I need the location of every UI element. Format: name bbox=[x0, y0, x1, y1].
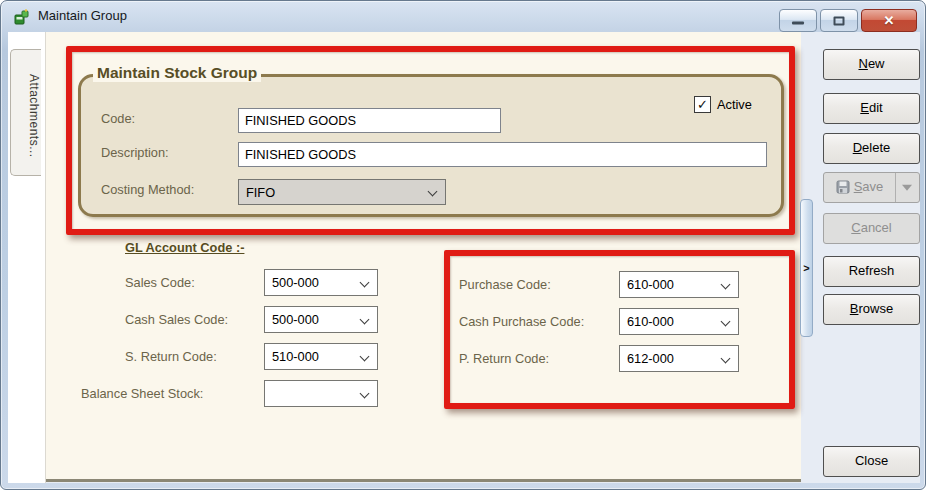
chevron-down-icon bbox=[721, 317, 731, 327]
delete-button[interactable]: Delete bbox=[823, 133, 920, 164]
chevron-down-icon bbox=[360, 315, 370, 325]
p-return-code-label: P. Return Code: bbox=[459, 351, 549, 366]
maximize-icon bbox=[834, 16, 845, 25]
client-area: Attachments... Maintain Stock Group ✓ Ac… bbox=[8, 32, 920, 483]
close-button[interactable]: ✕ bbox=[861, 9, 917, 32]
minimize-button[interactable] bbox=[779, 9, 817, 32]
chevron-down-icon bbox=[360, 389, 370, 399]
group-box-legend: Maintain Stock Group bbox=[93, 64, 261, 82]
browse-button[interactable]: Browse bbox=[823, 294, 920, 325]
close-icon: ✕ bbox=[884, 13, 895, 28]
refresh-button[interactable]: Refresh bbox=[823, 256, 920, 287]
chevron-down-icon bbox=[721, 280, 731, 290]
cash-sales-code-select[interactable]: 500-000 bbox=[264, 306, 378, 333]
save-dropdown-arrow[interactable] bbox=[895, 173, 919, 202]
minimize-icon bbox=[792, 21, 804, 24]
edit-button[interactable]: Edit bbox=[823, 93, 920, 124]
new-button[interactable]: New bbox=[823, 49, 920, 80]
balance-sheet-stock-select[interactable] bbox=[264, 380, 378, 407]
tab-attachments[interactable]: Attachments... bbox=[10, 49, 41, 176]
chevron-down-icon bbox=[428, 187, 438, 197]
gl-account-code-heading: GL Account Code :- bbox=[125, 240, 244, 255]
balance-sheet-stock-label: Balance Sheet Stock: bbox=[81, 386, 203, 401]
sales-code-label: Sales Code: bbox=[125, 275, 195, 290]
chevron-down-icon bbox=[721, 354, 731, 364]
sales-code-select[interactable]: 500-000 bbox=[264, 269, 378, 296]
cash-purchase-code-select[interactable]: 610-000 bbox=[619, 308, 739, 335]
cash-purchase-code-label: Cash Purchase Code: bbox=[459, 314, 584, 329]
p-return-code-select[interactable]: 612-000 bbox=[619, 345, 739, 372]
window-title: Maintain Group bbox=[38, 8, 127, 23]
chevron-right-icon: > bbox=[803, 262, 809, 274]
maintain-stock-group-form: Maintain Stock Group ✓ Active Code: Desc… bbox=[46, 32, 801, 482]
active-label: Active bbox=[717, 97, 752, 112]
cancel-button[interactable]: Cancel bbox=[823, 213, 920, 244]
chevron-down-icon bbox=[360, 352, 370, 362]
s-return-code-label: S. Return Code: bbox=[125, 349, 217, 364]
cash-sales-code-label: Cash Sales Code: bbox=[125, 312, 228, 327]
app-icon bbox=[13, 8, 31, 26]
chevron-down-icon bbox=[360, 278, 370, 288]
panel-collapse-splitter[interactable]: > bbox=[800, 199, 813, 337]
save-split-button[interactable]: Save bbox=[823, 172, 920, 203]
description-input[interactable] bbox=[238, 142, 767, 167]
close-dialog-button[interactable]: Close bbox=[823, 446, 920, 477]
active-checkbox[interactable]: ✓ bbox=[694, 96, 711, 113]
purchase-code-label: Purchase Code: bbox=[459, 277, 551, 292]
s-return-code-select[interactable]: 510-000 bbox=[264, 343, 378, 370]
save-button[interactable]: Save bbox=[824, 173, 896, 202]
purchase-code-select[interactable]: 610-000 bbox=[619, 271, 739, 298]
save-icon bbox=[836, 180, 850, 194]
maintain-group-window: Maintain Group ✕ Attachments... Maintain… bbox=[0, 0, 926, 490]
costing-method-label: Costing Method: bbox=[101, 182, 194, 197]
code-label: Code: bbox=[101, 111, 135, 126]
description-label: Description: bbox=[101, 145, 169, 160]
costing-method-select[interactable]: FIFO bbox=[238, 179, 446, 205]
code-input[interactable] bbox=[238, 108, 501, 133]
title-bar[interactable]: Maintain Group ✕ bbox=[1, 1, 925, 32]
maximize-button[interactable] bbox=[820, 9, 858, 32]
